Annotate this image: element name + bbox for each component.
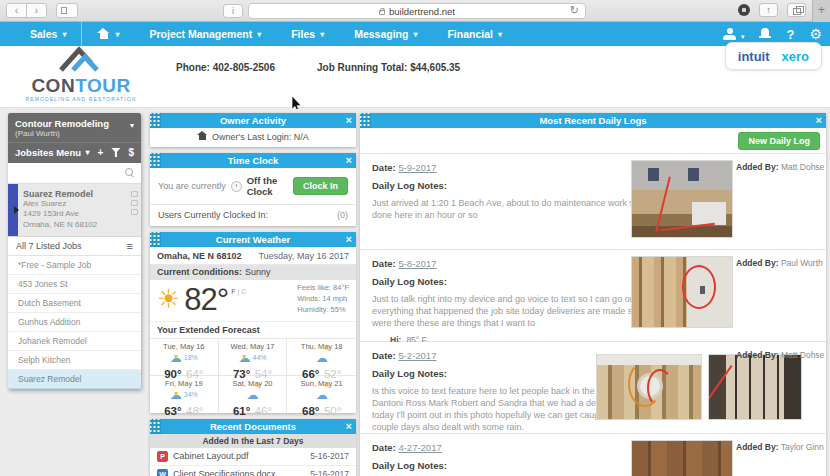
date-label: Date: — [372, 258, 396, 269]
nav-sales[interactable]: Sales ▾ — [0, 22, 81, 46]
job-list-item-selected[interactable]: Suarez Remodel — [8, 370, 141, 389]
job-list-item[interactable]: Selph Kitchen — [8, 351, 141, 370]
record-indicator-icon[interactable] — [738, 4, 750, 16]
daily-log-photo[interactable] — [631, 160, 733, 238]
search-icon[interactable] — [125, 168, 135, 178]
forecast-high: 63° — [164, 405, 181, 417]
job-list-item[interactable]: Dutch Basement — [8, 294, 141, 313]
dollar-icon[interactable]: $ — [128, 148, 134, 158]
document-date: 5-16-2017 — [310, 469, 349, 476]
address-bar[interactable]: buildertrend.net ↻ — [248, 3, 586, 19]
jobsites-menu-label[interactable]: Jobsites Menu — [15, 147, 86, 158]
selected-job-card[interactable]: Suarez Remodel Alex Suarez 1429 153rd Av… — [8, 184, 141, 237]
clocked-in-count[interactable]: (0) — [337, 210, 348, 220]
browser-sidebar-icon[interactable] — [56, 3, 78, 18]
job-list-item[interactable]: Gunhus Addition — [8, 313, 141, 332]
document-link[interactable]: Cabinet Layout.pdf — [173, 451, 249, 461]
filter-icon[interactable] — [111, 148, 120, 157]
daily-log-entry: Date: 5-9-2017 Daily Log Notes: Just arr… — [360, 154, 826, 250]
notes-label: Daily Log Notes: — [372, 276, 814, 287]
pdf-file-icon: P — [157, 451, 168, 462]
daily-log-photo[interactable] — [631, 256, 733, 328]
notifications-bell-icon[interactable] — [759, 28, 771, 40]
close-icon[interactable]: × — [346, 420, 352, 433]
nav-financial-label: Financial — [447, 28, 493, 40]
share-icon[interactable]: ↑ — [759, 3, 778, 17]
precip-chance: 34% — [184, 391, 198, 398]
reader-mode-icon[interactable]: i — [223, 4, 243, 18]
drag-handle-icon[interactable] — [150, 153, 161, 168]
add-job-icon[interactable]: + — [98, 148, 104, 158]
chevron-down-icon[interactable]: ▾ — [130, 121, 134, 130]
nav-files[interactable]: Files ▾ — [276, 22, 339, 46]
company-header: CONTOUR REMODELING AND RESTORATION Phone… — [0, 46, 830, 108]
photo-detail — [648, 168, 659, 181]
job-quick-icons[interactable] — [131, 191, 138, 215]
company-selector[interactable]: Contour Remodeling (Paul Wurth) ▾ — [8, 113, 141, 142]
all-jobs-row[interactable]: All 7 Listed Jobs ≡ — [8, 237, 141, 256]
forecast-cell: Fri, May 19 ☁34% 63° 48° — [150, 376, 219, 413]
close-icon[interactable]: × — [816, 114, 822, 127]
close-icon[interactable]: × — [346, 154, 352, 167]
nav-home[interactable]: ▾ — [82, 22, 134, 46]
added-by: Added By: Taylor Ginn — [736, 442, 824, 452]
rain-cloud-icon: ☁ — [170, 349, 182, 365]
document-date: 5-16-2017 — [310, 451, 349, 461]
nav-messaging[interactable]: Messaging ▾ — [339, 22, 432, 46]
close-icon[interactable]: × — [346, 114, 352, 127]
forecast-low: 50° — [324, 405, 341, 417]
all-jobs-label: All 7 Listed Jobs — [16, 241, 82, 251]
winds: Winds: 14 mph — [297, 294, 347, 303]
job-search-input[interactable] — [14, 168, 125, 178]
new-daily-log-button[interactable]: New Daily Log — [738, 132, 820, 150]
drag-handle-icon[interactable] — [150, 232, 161, 247]
new-tab-button[interactable]: + — [812, 0, 830, 22]
job-list-item[interactable]: Johanek Remodel — [8, 332, 141, 351]
feels-like: Feels like: 84°F — [297, 283, 349, 292]
browser-chrome: ‹ › i buildertrend.net ↻ ↑ + — [0, 0, 830, 22]
photo-annotation — [708, 365, 733, 408]
added-by-label: Added By: — [736, 350, 779, 360]
notes-label: Daily Log Notes: — [372, 180, 814, 191]
help-icon[interactable]: ? — [786, 27, 794, 42]
photo-annotation — [682, 265, 716, 309]
home-icon — [197, 132, 208, 141]
job-search — [8, 163, 141, 184]
nav-project-management[interactable]: Project Management ▾ — [134, 22, 276, 46]
owner-last-login-text: Owner's Last Login: N/A — [212, 132, 309, 142]
browser-forward-button[interactable]: › — [26, 3, 47, 18]
conditions-value: Sunny — [245, 267, 271, 277]
daily-log-photo[interactable] — [596, 354, 702, 420]
daily-log-date-link[interactable]: 4-27-2017 — [398, 442, 441, 453]
clock-in-button[interactable]: Clock In — [293, 177, 348, 195]
chevron-down-icon[interactable]: ▾ — [86, 148, 90, 158]
forecast-day: Tue, May 16 — [151, 342, 217, 351]
gear-icon[interactable]: ⚙ — [809, 27, 822, 41]
daily-log-date-link[interactable]: 5-9-2017 — [398, 162, 436, 173]
user-icon[interactable] — [723, 28, 737, 40]
job-list-item[interactable]: 453 Jones St — [8, 275, 141, 294]
close-icon[interactable]: × — [346, 233, 352, 246]
current-temp: 82° — [184, 284, 228, 315]
daily-log-date-link[interactable]: 5-8-2017 — [398, 258, 436, 269]
intuit-logo: intuit — [738, 49, 770, 64]
job-list-item[interactable]: *Free - Sample Job — [8, 256, 141, 275]
temp-unit-toggle[interactable]: F | C — [231, 288, 246, 295]
drag-handle-icon[interactable] — [360, 113, 371, 128]
date-label: Date: — [372, 162, 396, 173]
daily-log-photo[interactable] — [708, 354, 802, 420]
forecast-cell: Wed, May 17 ☁44% 73° 54° — [219, 339, 288, 376]
time-clock-title: Time Clock — [150, 155, 356, 166]
document-row: W Client Specifications.docx 5-16-2017 — [150, 466, 356, 476]
browser-back-button[interactable]: ‹ — [6, 3, 27, 18]
tab-overview-icon[interactable] — [787, 3, 806, 17]
main-nav: Sales ▾ ▾ Project Management ▾ Files ▾ M… — [0, 22, 830, 46]
drag-handle-icon[interactable] — [150, 113, 161, 128]
daily-log-date-link[interactable]: 5-2-2017 — [398, 350, 436, 361]
drag-handle-icon[interactable] — [150, 419, 161, 434]
refresh-icon[interactable]: ↻ — [570, 4, 579, 17]
nav-financial[interactable]: Financial ▾ — [432, 22, 517, 46]
document-link[interactable]: Client Specifications.docx — [173, 469, 276, 476]
recent-documents-panel: Recent Documents × Added In the Last 7 D… — [150, 419, 356, 476]
daily-log-photo[interactable] — [631, 440, 733, 476]
